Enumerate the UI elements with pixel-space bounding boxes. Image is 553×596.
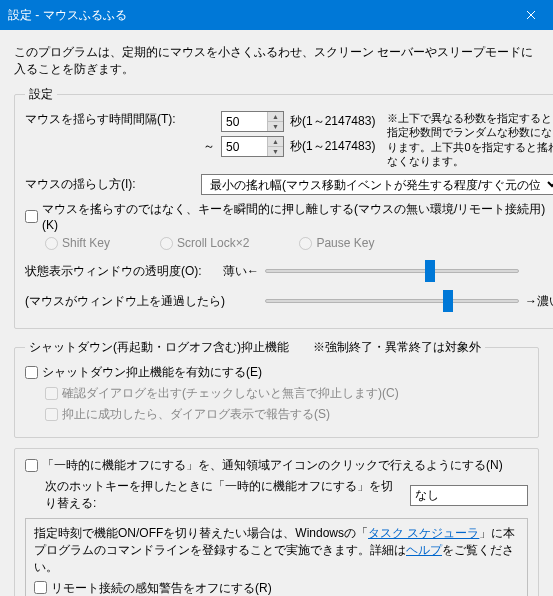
interval-from-input[interactable]: [222, 112, 267, 131]
key-instead-label: マウスを搖らすのではなく、キーを瞬間的に押し離しする(マウスの無い環境/リモート…: [42, 201, 553, 232]
tempoff-tray-checkbox[interactable]: [25, 459, 38, 472]
shake-method-select[interactable]: 最小の搖れ幅(マウス移動イベントが発生する程度/すぐ元の位置に戻す): [201, 174, 553, 195]
radio-pause[interactable]: Pause Key: [299, 236, 374, 250]
shutdown-report-checkbox[interactable]: [45, 408, 58, 421]
shutdown-confirm-label: 確認ダイアログを出す(チェックしないと無言で抑止します)(C): [62, 385, 399, 402]
help-link[interactable]: ヘルプ: [406, 543, 442, 557]
interval-unit2: 秒(1～2147483): [290, 138, 375, 155]
tempoff-group: 「一時的に機能オフにする」を、通知領域アイコンのクリックで行えるようにする(N)…: [14, 448, 539, 596]
hotkey-label: 次のホットキーを押したときに「一時的に機能オフにする」を切り替える:: [45, 478, 404, 512]
title-bar: 設定 - マウスふるふる: [0, 0, 553, 30]
task-scheduler-link[interactable]: タスク スケジューラ: [368, 526, 479, 540]
spin-up-icon[interactable]: ▲: [268, 137, 283, 147]
radio-shift[interactable]: Shift Key: [45, 236, 110, 250]
remote-warn-label: リモート接続の感知警告をオフにする(R): [51, 580, 272, 596]
window-title: 設定 - マウスふるふる: [8, 7, 508, 24]
spin-down-icon[interactable]: ▼: [268, 122, 283, 131]
program-description: このプログラムは、定期的にマウスを小さくふるわせ、スクリーン セーバーやスリープ…: [14, 40, 539, 86]
close-icon: [526, 10, 536, 20]
radio-scroll[interactable]: Scroll Lock×2: [160, 236, 249, 250]
shutdown-enable-checkbox[interactable]: [25, 366, 38, 379]
close-button[interactable]: [508, 0, 553, 30]
shutdown-enable-label: シャットダウン抑止機能を有効にする(E): [42, 364, 262, 381]
hotkey-field[interactable]: なし: [410, 485, 528, 506]
shake-method-label: マウスの揺らし方(I):: [25, 176, 195, 193]
shutdown-legend: シャットダウン(再起動・ログオフ含む)抑止機能 ※強制終了・異常終了は対象外: [25, 339, 485, 356]
opacity-thick-label: →濃い: [525, 293, 553, 310]
slider-thumb[interactable]: [443, 290, 453, 312]
tempoff-tray-label: 「一時的に機能オフにする」を、通知領域アイコンのクリックで行えるようにする(N): [42, 457, 503, 474]
key-instead-checkbox[interactable]: [25, 210, 38, 223]
opacity-sub-label: (マウスがウィンドウ上を通過したら): [25, 293, 215, 310]
dialog-content: このプログラムは、定期的にマウスを小さくふるわせ、スクリーン セーバーやスリープ…: [0, 30, 553, 596]
settings-group: 設定 マウスを揺らす時間間隔(T): ▲▼ 秒(1～2147483) ～ ▲▼: [14, 86, 553, 329]
interval-note: ※上下で異なる秒数を指定すると指定秒数間でランダムな秒数になります。上下共0を指…: [387, 111, 553, 168]
settings-legend: 設定: [25, 86, 57, 103]
interval-label: マウスを揺らす時間間隔(T):: [25, 111, 195, 128]
interval-to-input[interactable]: [222, 137, 267, 156]
opacity-thin-label: 薄い←: [223, 263, 259, 280]
shutdown-group: シャットダウン(再起動・ログオフ含む)抑止機能 ※強制終了・異常終了は対象外 シ…: [14, 339, 539, 438]
interval-to-spinner[interactable]: ▲▼: [221, 136, 284, 157]
remote-warn-checkbox[interactable]: [34, 581, 47, 594]
interval-tilde: ～: [201, 138, 215, 155]
shutdown-confirm-checkbox[interactable]: [45, 387, 58, 400]
slider-thumb[interactable]: [425, 260, 435, 282]
opacity-slider-2[interactable]: [265, 288, 519, 314]
spin-down-icon[interactable]: ▼: [268, 147, 283, 156]
interval-from-spinner[interactable]: ▲▼: [221, 111, 284, 132]
shutdown-report-label: 抑止に成功したら、ダイアログ表示で報告する(S): [62, 406, 330, 423]
schedule-info: 指定時刻で機能ON/OFFを切り替えたい場合は、Windowsの「タスク スケジ…: [25, 518, 528, 596]
spin-up-icon[interactable]: ▲: [268, 112, 283, 122]
opacity-slider-1[interactable]: [265, 258, 519, 284]
opacity-label: 状態表示ウィンドウの透明度(O):: [25, 263, 215, 280]
interval-unit1: 秒(1～2147483): [290, 113, 375, 130]
